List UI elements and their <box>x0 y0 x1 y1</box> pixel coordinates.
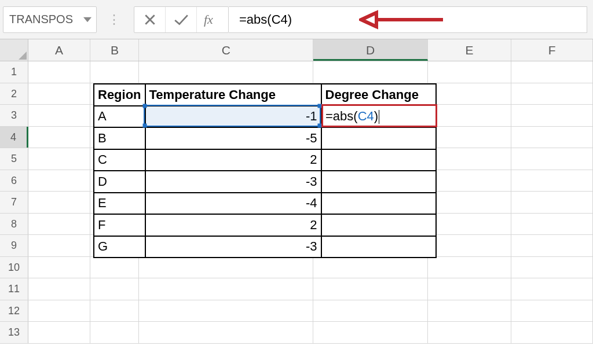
table-cell-temp[interactable]: -1 <box>145 106 321 128</box>
table-cell-region[interactable]: B <box>94 127 145 149</box>
row-header-7[interactable]: 7 <box>0 192 28 213</box>
cell-F11[interactable] <box>511 278 593 300</box>
cell-F4[interactable] <box>511 127 593 148</box>
table-cell-degree[interactable] <box>321 214 436 236</box>
table-cell-temp[interactable]: -3 <box>145 236 321 258</box>
cell-F12[interactable] <box>511 300 593 322</box>
table-cell-region[interactable]: F <box>94 214 145 236</box>
cell-A1[interactable] <box>28 61 90 83</box>
col-header-E[interactable]: E <box>428 39 512 61</box>
row-header-13[interactable]: 13 <box>0 322 28 343</box>
cell-D13[interactable] <box>313 322 427 343</box>
table-cell-region[interactable]: D <box>94 171 145 193</box>
table-cell-degree[interactable] <box>321 127 436 149</box>
cell-A2[interactable] <box>28 83 90 105</box>
table-cell-region[interactable]: A <box>94 106 145 128</box>
cell-B1[interactable] <box>90 61 139 83</box>
cell-A12[interactable] <box>28 300 90 322</box>
formula-input[interactable] <box>229 6 587 33</box>
cell-F8[interactable] <box>511 214 593 235</box>
row-header-2[interactable]: 2 <box>0 83 28 105</box>
cell-A9[interactable] <box>28 235 90 256</box>
name-box-input[interactable] <box>3 7 79 32</box>
col-header-F[interactable]: F <box>511 39 593 61</box>
cell-F13[interactable] <box>511 322 593 343</box>
cell-D12[interactable] <box>313 300 427 322</box>
cell-E4[interactable] <box>428 127 512 148</box>
cell-A3[interactable] <box>28 105 90 126</box>
cell-C12[interactable] <box>139 300 313 322</box>
cell-A8[interactable] <box>28 214 90 235</box>
cell-E5[interactable] <box>428 148 512 170</box>
table-cell-temp[interactable]: -4 <box>145 193 321 215</box>
cell-C10[interactable] <box>139 257 313 278</box>
active-cell-editor[interactable]: =abs(C4) <box>321 104 437 127</box>
cell-A10[interactable] <box>28 257 90 278</box>
table-cell-region[interactable]: G <box>94 236 145 258</box>
select-all-corner[interactable] <box>0 39 28 61</box>
cell-F5[interactable] <box>511 148 593 170</box>
cell-E8[interactable] <box>428 214 512 235</box>
table-cell-temp[interactable]: -3 <box>145 171 321 193</box>
table-cell-temp[interactable]: 2 <box>145 214 321 236</box>
cell-F2[interactable] <box>511 83 593 105</box>
cell-A6[interactable] <box>28 170 90 192</box>
confirm-formula-button[interactable] <box>166 7 197 32</box>
row-header-6[interactable]: 6 <box>0 170 28 192</box>
col-header-D[interactable]: D <box>313 39 427 61</box>
table-cell-region[interactable]: C <box>94 149 145 171</box>
cell-B13[interactable] <box>90 322 139 343</box>
cell-E6[interactable] <box>428 170 512 192</box>
cell-F3[interactable] <box>511 105 593 126</box>
col-header-B[interactable]: B <box>90 39 139 61</box>
cell-A7[interactable] <box>28 192 90 213</box>
table-cell-temp[interactable]: 2 <box>145 149 321 171</box>
cell-E2[interactable] <box>428 83 512 105</box>
row-header-5[interactable]: 5 <box>0 148 28 170</box>
cell-D10[interactable] <box>313 257 427 278</box>
cell-E12[interactable] <box>428 300 512 322</box>
table-cell-temp[interactable]: -5 <box>145 127 321 149</box>
row-header-8[interactable]: 8 <box>0 214 28 235</box>
cell-D11[interactable] <box>313 278 427 300</box>
table-cell-degree[interactable] <box>321 149 436 171</box>
cell-C1[interactable] <box>139 61 313 83</box>
col-header-A[interactable]: A <box>28 39 90 61</box>
row-header-9[interactable]: 9 <box>0 235 28 256</box>
row-header-10[interactable]: 10 <box>0 257 28 278</box>
cell-F9[interactable] <box>511 235 593 256</box>
cell-F6[interactable] <box>511 170 593 192</box>
cell-B11[interactable] <box>90 278 139 300</box>
col-header-C[interactable]: C <box>139 39 313 61</box>
table-cell-degree[interactable] <box>321 193 436 215</box>
spreadsheet-grid[interactable]: A B C D E F 12345678910111213 Region Tem… <box>0 39 593 364</box>
row-header-1[interactable]: 1 <box>0 61 28 83</box>
name-box-dropdown-button[interactable] <box>79 7 96 32</box>
row-header-12[interactable]: 12 <box>0 300 28 322</box>
table-cell-degree[interactable] <box>321 236 436 258</box>
cell-E1[interactable] <box>428 61 512 83</box>
cancel-formula-button[interactable] <box>134 7 166 32</box>
row-header-3[interactable]: 3 <box>0 105 28 126</box>
cell-E13[interactable] <box>428 322 512 343</box>
cell-E10[interactable] <box>428 257 512 278</box>
cell-A5[interactable] <box>28 148 90 170</box>
cell-F10[interactable] <box>511 257 593 278</box>
cell-C13[interactable] <box>139 322 313 343</box>
row-header-11[interactable]: 11 <box>0 278 28 300</box>
table-cell-region[interactable]: E <box>94 193 145 215</box>
cell-F1[interactable] <box>511 61 593 83</box>
cell-A4[interactable] <box>28 127 90 148</box>
cell-E11[interactable] <box>428 278 512 300</box>
cell-D1[interactable] <box>313 61 427 83</box>
cell-A13[interactable] <box>28 322 90 343</box>
row-header-4[interactable]: 4 <box>0 127 28 148</box>
cell-A11[interactable] <box>28 278 90 300</box>
cell-E3[interactable] <box>428 105 512 126</box>
table-cell-degree[interactable] <box>321 171 436 193</box>
cell-C11[interactable] <box>139 278 313 300</box>
cell-F7[interactable] <box>511 192 593 213</box>
cell-E9[interactable] <box>428 235 512 256</box>
cell-B10[interactable] <box>90 257 139 278</box>
insert-function-button[interactable]: fx <box>197 7 228 32</box>
